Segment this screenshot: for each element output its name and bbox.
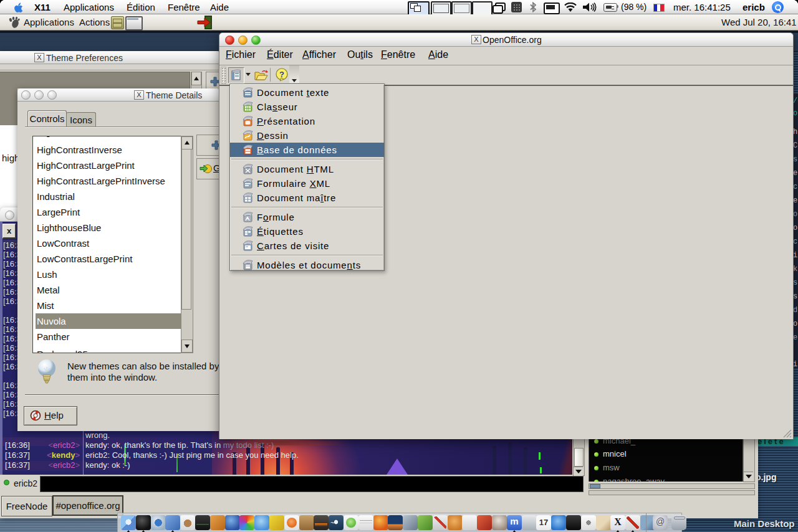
svg-text:?: ? <box>279 70 284 79</box>
